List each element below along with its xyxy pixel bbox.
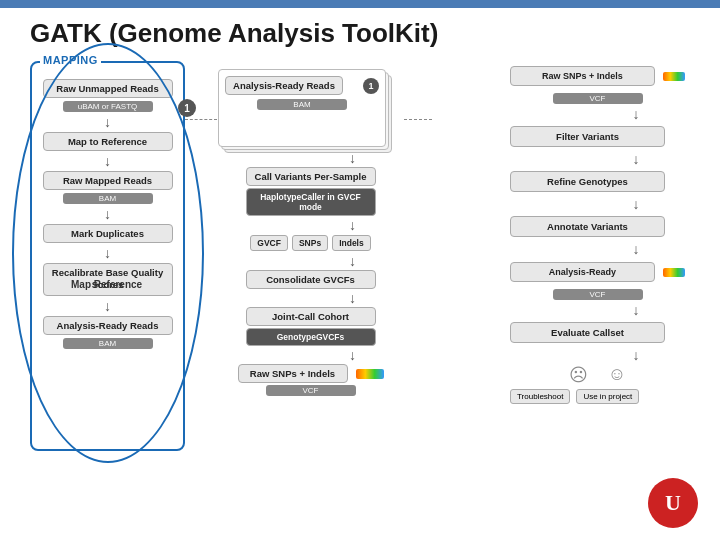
color-strip-middle	[356, 369, 384, 379]
call-variants-box[interactable]: Call Variants Per-Sample	[246, 167, 376, 186]
smiley-row: ☹ ☺	[510, 364, 685, 386]
raw-unmapped-box[interactable]: Raw Unmapped Reads	[43, 79, 173, 98]
raw-mapped-box[interactable]: Raw Mapped Reads	[43, 171, 173, 190]
annotate-variants-box[interactable]: Annotate Variants	[510, 216, 665, 237]
content-area: GATK (Genome Analysis ToolKit) MAPPING R…	[0, 8, 720, 501]
vcf-middle-badge: VCF	[266, 385, 356, 396]
num-badge-1-middle: 1	[363, 78, 379, 94]
raw-snps-row-middle: Raw SNPs + Indels	[218, 364, 403, 383]
color-strip-right2	[663, 268, 685, 277]
diagram: MAPPING Raw Unmapped Reads uBAM or FASTQ…	[30, 61, 690, 491]
arrow-right-3: ↓	[587, 197, 685, 211]
analysis-ready-box[interactable]: Analysis-Ready Reads	[43, 316, 173, 335]
map-to-ref-box[interactable]: Map to Reference	[43, 132, 173, 151]
analysis-ready-right-box[interactable]: Analysis-Ready	[510, 262, 655, 282]
genotype-box[interactable]: GenotypeGVCFs	[246, 328, 376, 346]
troubleshoot-btn[interactable]: Troubleshoot	[510, 389, 570, 404]
filter-variants-box[interactable]: Filter Variants	[510, 126, 665, 147]
arrow-right-4: ↓	[587, 242, 685, 256]
arrow-right-2: ↓	[587, 152, 685, 166]
arrow-mid-1: ↓	[302, 151, 403, 165]
arrow-mid-5: ↓	[302, 348, 403, 362]
connector-1	[185, 119, 217, 120]
evaluate-callset-box[interactable]: Evaluate Callset	[510, 322, 665, 343]
vcf2-badge: VCF	[553, 289, 643, 300]
arrow3: ↓	[38, 207, 177, 221]
connector-2	[404, 119, 432, 120]
num-badge-1-mapping: 1	[178, 99, 196, 117]
consolidate-box[interactable]: Consolidate GVCFs	[246, 270, 376, 289]
smiley-sad: ☹	[569, 364, 588, 386]
arrow-mid-2: ↓	[302, 218, 403, 232]
arrow-right-5: ↓	[587, 303, 685, 317]
gvcf-box[interactable]: GVCF	[250, 235, 288, 251]
vcf1-badge: VCF	[553, 93, 643, 104]
arrow-right-1: ↓	[587, 107, 685, 121]
haplotype-box[interactable]: HaplotypeCaller in GVCF mode	[246, 188, 376, 216]
middle-section: Analysis-Ready Reads 1 BAM ↓ Call Varian…	[218, 69, 403, 399]
analysis-ready-page: Analysis-Ready Reads 1 BAM	[218, 69, 386, 147]
bam2-badge: BAM	[63, 338, 153, 349]
raw-snps-top-row: Raw SNPs + Indels	[510, 61, 685, 91]
logo-circle: U	[648, 478, 698, 528]
bam1-badge: BAM	[63, 193, 153, 204]
bam-middle-badge: BAM	[257, 99, 347, 110]
logo-letter: U	[665, 490, 681, 516]
color-strip-right	[663, 72, 685, 81]
arrow1: ↓	[38, 115, 177, 129]
raw-snps-right-box[interactable]: Raw SNPs + Indels	[510, 66, 655, 86]
analysis-ready-row: Analysis-Ready	[510, 257, 685, 287]
refine-genotypes-box[interactable]: Refine Genotypes	[510, 171, 665, 192]
mark-dup-box[interactable]: Mark Duplicates	[43, 224, 173, 243]
snps-box[interactable]: SNPs	[292, 235, 328, 251]
mapping-section: MAPPING Raw Unmapped Reads uBAM or FASTQ…	[30, 61, 185, 451]
top-bar	[0, 0, 720, 8]
arrow-mid-3: ↓	[302, 254, 403, 268]
bottom-buttons: Troubleshoot Use in project	[510, 389, 685, 404]
arrow-mid-4: ↓	[302, 291, 403, 305]
logo: U	[648, 478, 700, 530]
analysis-ready-reads-box[interactable]: Analysis-Ready Reads	[225, 76, 343, 95]
map-reference-text: Map Reference	[71, 279, 142, 290]
mapping-label: MAPPING	[40, 54, 101, 66]
arrow4: ↓	[38, 246, 177, 260]
smiley-happy: ☺	[608, 364, 626, 386]
page-title: GATK (Genome Analysis ToolKit)	[30, 18, 690, 49]
right-section: Raw SNPs + Indels VCF ↓ Filter Variants …	[510, 61, 685, 404]
arrow-right-6: ↓	[587, 348, 685, 362]
arrow2: ↓	[38, 154, 177, 168]
output-row: GVCF SNPs Indels	[218, 235, 403, 251]
raw-snps-box-middle[interactable]: Raw SNPs + Indels	[238, 364, 348, 383]
indels-box[interactable]: Indels	[332, 235, 371, 251]
joint-call-box[interactable]: Joint-Call Cohort	[246, 307, 376, 326]
ubam-badge: uBAM or FASTQ	[63, 101, 153, 112]
use-in-project-btn[interactable]: Use in project	[576, 389, 639, 404]
arrow5: ↓	[38, 299, 177, 313]
